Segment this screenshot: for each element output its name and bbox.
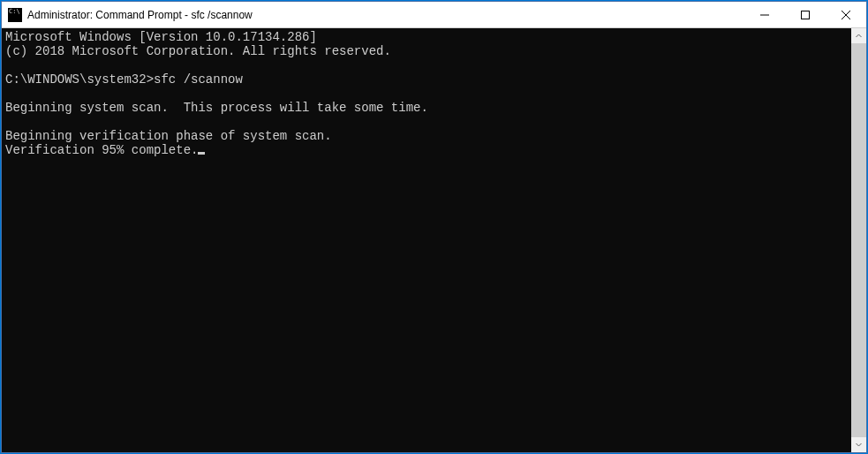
- scroll-thumb[interactable]: [851, 43, 866, 437]
- app-icon: [8, 8, 22, 22]
- vertical-scrollbar[interactable]: [851, 28, 866, 452]
- command-prompt-window: Administrator: Command Prompt - sfc /sca…: [1, 1, 867, 453]
- svg-rect-1: [802, 11, 810, 19]
- minimize-button[interactable]: [744, 2, 785, 27]
- chevron-down-icon: [856, 442, 862, 448]
- client-area: Microsoft Windows [Version 10.0.17134.28…: [2, 28, 866, 452]
- scroll-up-button[interactable]: [851, 28, 866, 43]
- console-line: Microsoft Windows [Version 10.0.17134.28…: [5, 30, 317, 44]
- maximize-icon: [801, 11, 810, 19]
- console-line: Verification 95% complete.: [5, 143, 198, 157]
- text-cursor: [198, 152, 205, 155]
- chevron-up-icon: [856, 33, 862, 39]
- titlebar[interactable]: Administrator: Command Prompt - sfc /sca…: [2, 2, 866, 28]
- scroll-down-button[interactable]: [851, 437, 866, 452]
- window-title: Administrator: Command Prompt - sfc /sca…: [27, 9, 744, 21]
- maximize-button[interactable]: [785, 2, 826, 27]
- scroll-track[interactable]: [851, 43, 866, 437]
- console-prompt-line: C:\WINDOWS\system32>sfc /scannow: [5, 72, 243, 87]
- close-icon: [842, 11, 850, 19]
- console-line: Beginning system scan. This process will…: [5, 101, 428, 115]
- minimize-icon: [760, 11, 769, 19]
- console-line: Beginning verification phase of system s…: [5, 129, 332, 143]
- console-line: (c) 2018 Microsoft Corporation. All righ…: [5, 44, 391, 58]
- console-output[interactable]: Microsoft Windows [Version 10.0.17134.28…: [2, 28, 851, 452]
- window-controls: [744, 2, 866, 27]
- close-button[interactable]: [826, 2, 866, 27]
